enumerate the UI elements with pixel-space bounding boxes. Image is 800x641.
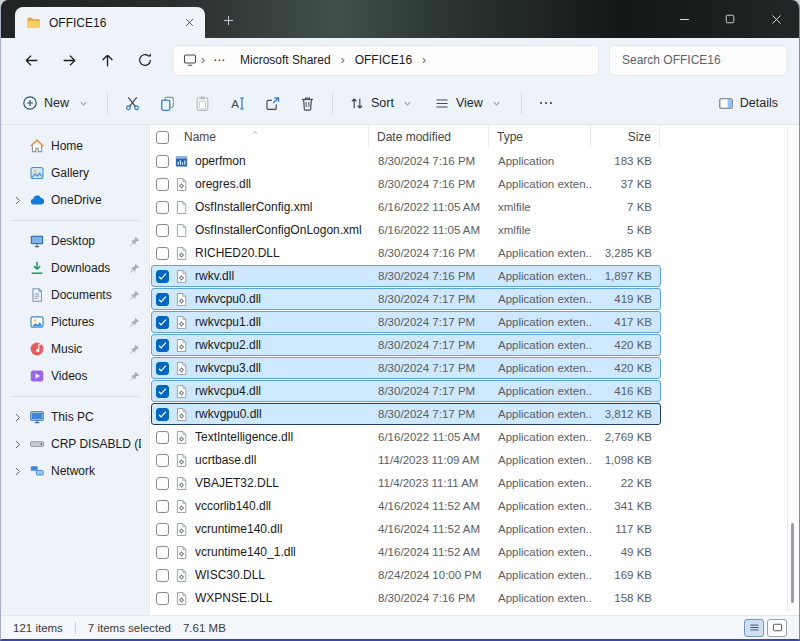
maximize-button[interactable]	[707, 0, 753, 38]
sidebar-item-desktop[interactable]: Desktop	[3, 228, 145, 254]
row-checkbox[interactable]	[156, 477, 169, 490]
expand-chevron-icon[interactable]	[11, 438, 24, 451]
file-dll-icon	[174, 314, 190, 330]
column-header-type[interactable]: Type	[488, 125, 590, 149]
sidebar-item-music[interactable]: Music	[3, 336, 145, 362]
file-row[interactable]: WXPNSE.DLL8/30/2024 7:16 PMApplication e…	[151, 587, 661, 609]
cut-button[interactable]	[115, 89, 150, 118]
forward-button[interactable]	[51, 45, 87, 75]
rename-button[interactable]: A	[220, 89, 255, 118]
file-row[interactable]: rwkvcpu3.dll8/30/2024 7:17 PMApplication…	[151, 357, 661, 379]
row-checkbox[interactable]	[156, 546, 169, 559]
new-tab-button[interactable]	[215, 7, 241, 33]
sidebar-item-home[interactable]: Home	[3, 133, 145, 159]
scrollbar-thumb[interactable]	[791, 523, 794, 603]
file-row[interactable]: RICHED20.DLL8/30/2024 7:16 PMApplication…	[151, 242, 661, 264]
file-row[interactable]: WISC30.DLL8/24/2024 10:00 PMApplication …	[151, 564, 661, 586]
row-checkbox[interactable]	[156, 270, 169, 283]
sidebar-item-this-pc[interactable]: This PC	[3, 404, 145, 430]
downloads-icon	[29, 260, 46, 276]
sort-button[interactable]: Sort	[340, 89, 425, 117]
row-checkbox[interactable]	[156, 316, 169, 329]
this-pc-icon	[182, 52, 198, 68]
column-header-date-modified[interactable]: Date modified	[368, 125, 488, 149]
row-checkbox[interactable]	[156, 454, 169, 467]
file-row[interactable]: rwkvcpu0.dll8/30/2024 7:17 PMApplication…	[151, 288, 661, 310]
expand-chevron-icon[interactable]	[11, 465, 24, 478]
sidebar-item-network[interactable]: Network	[3, 458, 145, 484]
copy-button[interactable]	[150, 89, 185, 118]
more-options-button[interactable]	[529, 89, 563, 117]
file-row[interactable]: operfmon8/30/2024 7:16 PMApplication183 …	[151, 150, 661, 172]
delete-button[interactable]	[290, 89, 325, 118]
row-checkbox[interactable]	[156, 385, 169, 398]
file-row[interactable]: oregres.dll8/30/2024 7:16 PMApplication …	[151, 173, 661, 195]
row-checkbox[interactable]	[156, 293, 169, 306]
sidebar-item-pictures[interactable]: Pictures	[3, 309, 145, 335]
file-row[interactable]: rwkvcpu4.dll8/30/2024 7:17 PMApplication…	[151, 380, 661, 402]
file-row[interactable]: vcruntime140_1.dll4/16/2024 11:52 AMAppl…	[151, 541, 661, 563]
row-checkbox[interactable]	[156, 408, 169, 421]
row-checkbox[interactable]	[156, 155, 169, 168]
expand-chevron-icon[interactable]	[11, 411, 24, 424]
sidebar-item-downloads[interactable]: Downloads	[3, 255, 145, 281]
file-row[interactable]: rwkvgpu0.dll8/30/2024 7:17 PMApplication…	[151, 403, 661, 425]
view-button[interactable]: View	[425, 89, 514, 117]
row-checkbox[interactable]	[156, 362, 169, 375]
column-header-name[interactable]: Name	[150, 125, 368, 149]
file-row[interactable]: vccorlib140.dll4/16/2024 11:52 AMApplica…	[151, 495, 661, 517]
file-row[interactable]: OsfInstallerConfigOnLogon.xml6/16/2022 1…	[151, 219, 661, 241]
sidebar-item-videos[interactable]: Videos	[3, 363, 145, 389]
row-checkbox[interactable]	[156, 247, 169, 260]
row-checkbox[interactable]	[156, 178, 169, 191]
row-checkbox[interactable]	[156, 569, 169, 582]
sidebar-item-onedrive[interactable]: OneDrive	[3, 187, 145, 213]
select-all-checkbox[interactable]	[156, 131, 169, 144]
row-checkbox[interactable]	[156, 431, 169, 444]
large-icons-view-toggle[interactable]	[767, 619, 787, 637]
search-box[interactable]	[609, 45, 787, 76]
paste-button[interactable]	[185, 89, 220, 118]
tab-close-icon[interactable]	[179, 13, 199, 33]
row-checkbox[interactable]	[156, 592, 169, 605]
file-row[interactable]: TextIntelligence.dll6/16/2022 11:05 AMAp…	[151, 426, 661, 448]
expand-chevron-icon[interactable]	[11, 194, 24, 207]
share-button[interactable]	[255, 89, 290, 118]
column-header-size[interactable]: Size	[590, 125, 660, 149]
details-view-toggle[interactable]	[744, 619, 764, 637]
close-button[interactable]	[753, 0, 799, 38]
sidebar-item-crp-disabld-d[interactable]: CRP DISABLD (D:)	[3, 431, 145, 457]
file-row[interactable]: rwkv.dll8/30/2024 7:16 PMApplication ext…	[151, 265, 661, 287]
address-bar[interactable]: ›⋯Microsoft Shared›OFFICE16›	[173, 45, 599, 76]
column-label: Size	[628, 130, 651, 144]
refresh-button[interactable]	[127, 45, 163, 75]
row-checkbox[interactable]	[156, 523, 169, 536]
file-row[interactable]: VBAJET32.DLL11/4/2023 11:11 AMApplicatio…	[151, 472, 661, 494]
back-button[interactable]	[13, 45, 49, 75]
details-pane-button[interactable]: Details	[709, 89, 787, 117]
file-row[interactable]: rwkvcpu1.dll8/30/2024 7:17 PMApplication…	[151, 311, 661, 333]
breadcrumb-item[interactable]: Microsoft Shared	[233, 51, 338, 69]
row-checkbox[interactable]	[156, 500, 169, 513]
row-checkbox[interactable]	[156, 339, 169, 352]
file-row[interactable]: OsfInstallerConfig.xml6/16/2022 11:05 AM…	[151, 196, 661, 218]
row-checkbox[interactable]	[156, 224, 169, 237]
vertical-scrollbar[interactable]	[787, 127, 797, 613]
row-checkbox[interactable]	[156, 201, 169, 214]
file-row[interactable]: rwkvcpu2.dll8/30/2024 7:17 PMApplication…	[151, 334, 661, 356]
sidebar-item-gallery[interactable]: Gallery	[3, 160, 145, 186]
explorer-tab[interactable]: OFFICE16	[15, 7, 205, 38]
search-input[interactable]	[620, 52, 776, 68]
minimize-button[interactable]	[661, 0, 707, 38]
up-button[interactable]	[89, 45, 125, 75]
svg-text:A: A	[231, 96, 239, 109]
file-row[interactable]: vcruntime140.dll4/16/2024 11:52 AMApplic…	[151, 518, 661, 540]
sidebar-item-documents[interactable]: Documents	[3, 282, 145, 308]
file-size: 169 KB	[592, 569, 660, 581]
breadcrumb-ellipsis[interactable]: ⋯	[208, 51, 231, 69]
file-row[interactable]: ucrtbase.dll11/4/2023 11:09 AMApplicatio…	[151, 449, 661, 471]
new-button[interactable]: New	[13, 89, 100, 117]
breadcrumb-item[interactable]: OFFICE16	[348, 51, 419, 69]
file-date-modified: 6/16/2022 11:05 AM	[370, 224, 490, 236]
file-dll-icon	[174, 544, 190, 560]
